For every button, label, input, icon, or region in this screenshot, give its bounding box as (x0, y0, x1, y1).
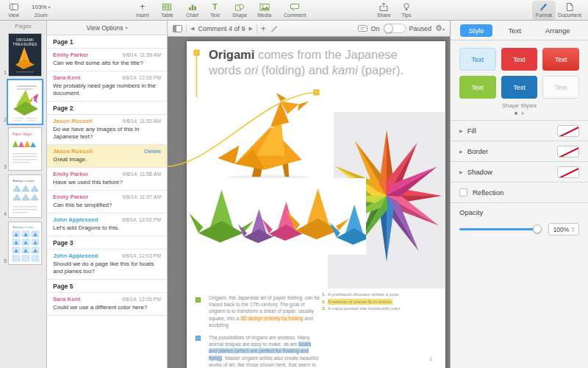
border-section-row[interactable]: ▶ Border (451, 141, 588, 161)
comment-item[interactable]: Sara Kent9/8/14, 12:05 PM We probably ne… (47, 71, 167, 102)
media-icon (259, 2, 270, 12)
comment-author: Emily Parker (53, 194, 88, 200)
tips-button[interactable]: Tips (398, 1, 415, 20)
tab-arrange[interactable]: Arrange (537, 24, 578, 37)
view-options-button[interactable]: View Options ▾ (47, 21, 167, 35)
zoom-control[interactable]: 103%▾ Zoom (28, 1, 54, 20)
comment-item[interactable]: Emily Parker9/8/14, 11:58 AM Have we use… (47, 168, 167, 191)
fill-swatch[interactable] (557, 125, 579, 137)
border-swatch[interactable] (557, 146, 579, 158)
share-button[interactable]: Share (373, 1, 395, 20)
tips-icon (401, 2, 412, 12)
shadow-section-row[interactable]: ▶ Shadow (451, 161, 588, 182)
document-button[interactable]: Document (554, 1, 585, 20)
gear-menu-button[interactable]: ⚙▾ (435, 24, 445, 33)
page-number-label: 1 (1, 70, 9, 75)
comment-marker-green[interactable] (196, 297, 201, 302)
document-title[interactable]: Origami comes from the Japanese words or… (209, 47, 429, 78)
style-preset-5[interactable]: Text (501, 76, 538, 99)
comment-text: We probably need page numbers in the doc… (53, 82, 161, 97)
chart-button[interactable]: Chart (182, 1, 202, 20)
delete-comment-button[interactable]: Delete (144, 148, 161, 155)
comment-item[interactable]: Emily Parker9/8/14, 11:59 AM Can we find… (47, 49, 167, 71)
comment-text: Can we find some alts for the title? (53, 60, 161, 67)
style-preset-1[interactable]: Text (459, 48, 496, 71)
style-preset-2[interactable]: Text (501, 48, 538, 71)
previous-comment-button[interactable]: ◀ (190, 26, 194, 32)
media-button[interactable]: Media (254, 1, 275, 20)
shadow-swatch[interactable] (557, 166, 579, 178)
comment-item[interactable]: Jason Russell9/8/14, 11:52 AM Do we have… (47, 115, 167, 145)
body-paragraph-2[interactable]: The possibilities of origami are endless… (209, 334, 320, 368)
reflection-checkbox[interactable] (459, 188, 467, 197)
view-button[interactable]: View (4, 1, 23, 20)
page-thumb-row-3: 3 Paper Magic (1, 128, 45, 170)
canvas-scroll-area[interactable]: Origami comes from the Japanese words or… (168, 37, 450, 368)
comments-page-header: Page 5 (47, 280, 167, 293)
comment-item[interactable]: Sara Kent9/8/14, 12:05 PM Could we use a… (47, 293, 167, 316)
main-area: Pages 1 ORIGAMI TREASURES 2 (0, 21, 588, 368)
page-number-label: 2 (1, 117, 9, 122)
comments-page-header: Page 1 (47, 35, 167, 49)
separator (257, 24, 257, 33)
svg-text:TREASURES: TREASURES (12, 43, 37, 46)
edit-comment-button[interactable] (270, 24, 279, 33)
insert-button[interactable]: + Insert (132, 1, 153, 20)
opacity-slider-knob[interactable] (533, 224, 542, 233)
opacity-value-field[interactable]: 100% ▲▼ (548, 223, 579, 236)
comment-author: Emily Parker (53, 52, 88, 58)
fill-section-row[interactable]: ▶ Fill (451, 120, 588, 141)
comment-item[interactable]: John Appleseed9/8/14, 12:02 PM Let's add… (47, 213, 167, 236)
comment-button[interactable]: Comment (280, 1, 309, 20)
comment-timestamp: 9/8/14, 12:05 PM (122, 297, 161, 302)
page-thumb-row-2: 2 (1, 81, 45, 123)
tab-text[interactable]: Text (500, 24, 528, 37)
page-thumbnail-2-selected[interactable] (9, 81, 41, 123)
origami-cranes-image[interactable] (187, 178, 366, 255)
add-comment-button[interactable]: + (261, 25, 266, 32)
comment-item[interactable]: Emily Parker9/8/14, 11:57 AM Can this be… (47, 191, 167, 213)
table-button[interactable]: Table (157, 1, 177, 20)
origami-dragon-image[interactable] (209, 90, 334, 183)
opacity-section: Opacity 100% ▲▼ (451, 202, 588, 236)
shape-button[interactable]: Shape (229, 1, 251, 20)
tab-style[interactable]: Style (460, 24, 492, 37)
comment-icon (290, 2, 300, 12)
page-thumbnail-4[interactable]: Making a Crane (9, 175, 41, 217)
caption-list[interactable]: 1.A prehistoric dinosaur strikes a pose.… (322, 291, 404, 313)
toolbar: View 103%▾ Zoom + Insert Table Chart T T… (0, 0, 588, 21)
dot (514, 112, 517, 115)
style-preset-4[interactable]: Text (459, 76, 496, 99)
comment-marker-blue[interactable] (196, 336, 201, 341)
page-thumbnail-1[interactable]: ORIGAMI TREASURES (9, 34, 41, 76)
opacity-slider[interactable] (459, 228, 542, 230)
svg-text:Making a Crane: Making a Crane (12, 179, 35, 183)
body-paragraph-1[interactable]: Origami, the Japanese art of paper foldi… (209, 294, 320, 328)
page-thumb-row-5: 5 Making a Crane (1, 222, 45, 264)
next-comment-button[interactable]: ▶ (248, 26, 252, 32)
document-icon (564, 2, 575, 12)
page-thumbnail-3[interactable]: Paper Magic (9, 128, 41, 170)
disclosure-triangle-icon: ▶ (459, 169, 463, 174)
page-thumbnail-5[interactable]: Making a Crane (9, 222, 41, 264)
comment-text: Have we used this before? (53, 179, 161, 186)
tracking-on-label: On (371, 25, 380, 32)
svg-text:Making a Crane: Making a Crane (12, 225, 34, 229)
comments-page-header: Page 2 (47, 102, 167, 115)
style-preset-6[interactable]: Text (542, 76, 579, 99)
tracking-toggle[interactable] (384, 24, 406, 33)
comment-item[interactable]: John Appleseed9/8/14, 12:03 PM Should we… (47, 250, 167, 280)
view-icon (9, 2, 19, 12)
comments-pane-toggle-button[interactable] (173, 25, 182, 32)
preset-pagination-dots[interactable] (451, 109, 588, 120)
comment-item-selected[interactable]: Jason RussellDelete Great image. (47, 145, 167, 168)
document-page[interactable]: Origami comes from the Japanese words or… (187, 41, 445, 368)
stepper-arrows-icon[interactable]: ▲▼ (571, 227, 574, 233)
format-inspector: Style Text Arrange Text Text Text Text T… (450, 21, 588, 368)
style-preset-3[interactable]: Text (542, 48, 579, 71)
format-button[interactable]: Format (532, 1, 556, 20)
list-item: 3.A many-pointed star bursts with color. (322, 305, 404, 312)
table-icon (162, 2, 172, 12)
text-button[interactable]: T Text (207, 1, 223, 20)
reflection-label: Reflection (473, 188, 579, 197)
